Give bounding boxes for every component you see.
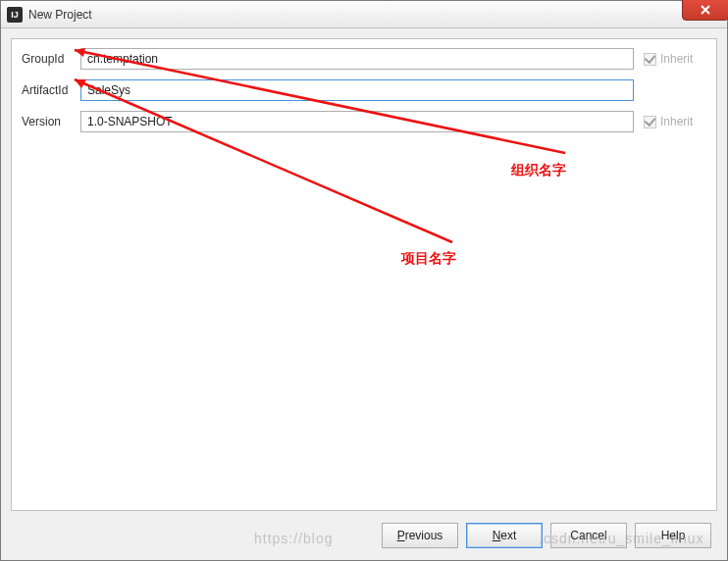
groupid-input[interactable] xyxy=(80,48,634,70)
next-button[interactable]: Next xyxy=(466,523,543,548)
checkbox-icon xyxy=(644,53,656,66)
artifactid-row: ArtifactId Inherit xyxy=(22,78,706,102)
groupid-label: GroupId xyxy=(22,52,80,66)
version-input[interactable] xyxy=(80,111,634,132)
version-row: Version Inherit xyxy=(22,110,706,133)
new-project-dialog: IJ New Project GroupId Inherit ArtifactI… xyxy=(0,0,728,561)
inherit-label: Inherit xyxy=(660,52,693,66)
groupid-row: GroupId Inherit xyxy=(22,47,706,71)
checkbox-icon xyxy=(644,116,656,128)
version-label: Version xyxy=(22,115,80,128)
groupid-inherit: Inherit xyxy=(644,52,706,66)
watermark-left: https://blog xyxy=(254,531,334,546)
artifactid-input[interactable] xyxy=(80,79,634,101)
close-button[interactable] xyxy=(682,0,728,21)
artifactid-label: ArtifactId xyxy=(22,83,80,97)
intellij-icon: IJ xyxy=(7,7,23,23)
version-inherit: Inherit xyxy=(644,115,706,128)
inherit-label: Inherit xyxy=(660,115,693,128)
previous-button[interactable]: Previous xyxy=(382,523,458,548)
cancel-button[interactable]: Cancel xyxy=(550,523,627,548)
titlebar: IJ New Project xyxy=(1,1,727,28)
help-button[interactable]: Help xyxy=(635,523,711,548)
button-bar: Previous Next Cancel Help xyxy=(382,523,711,548)
window-title: New Project xyxy=(28,8,92,22)
dialog-content: GroupId Inherit ArtifactId Inherit Versi… xyxy=(11,38,717,511)
close-icon xyxy=(700,4,711,16)
